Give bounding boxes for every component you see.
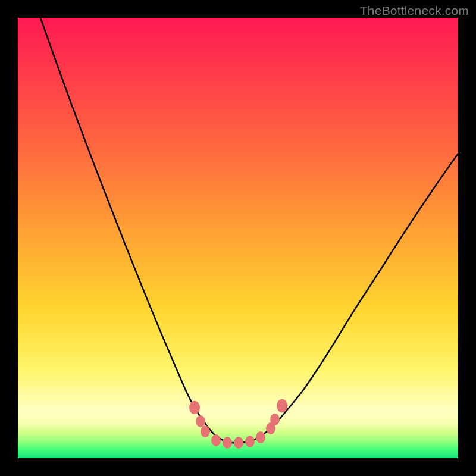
marker-dot xyxy=(245,436,255,447)
marker-dot xyxy=(277,399,287,413)
chart-frame: TheBottleneck.com xyxy=(0,0,476,476)
marker-dot xyxy=(201,425,210,437)
marker-dot xyxy=(234,437,243,449)
watermark-text: TheBottleneck.com xyxy=(360,4,469,18)
curve-layer xyxy=(18,18,458,458)
marker-dot xyxy=(223,437,232,449)
bottleneck-curve xyxy=(40,18,458,443)
marker-dot xyxy=(196,415,205,427)
marker-dot xyxy=(211,434,221,446)
marker-dot xyxy=(256,431,265,443)
marker-dot xyxy=(270,414,280,425)
plot-area xyxy=(18,18,458,458)
marker-group xyxy=(189,399,287,449)
marker-dot xyxy=(189,401,200,415)
